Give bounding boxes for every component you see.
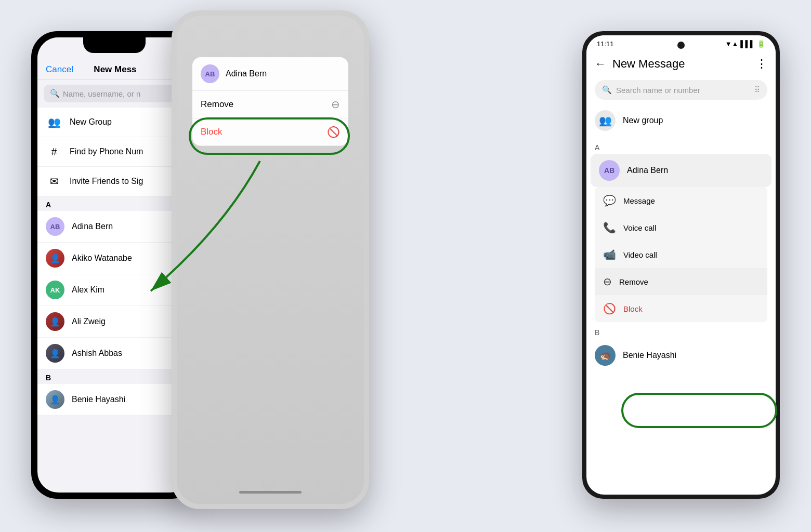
voice-call-icon: 📞 — [603, 221, 616, 234]
phone-middle: AB Adina Bern Remove ⊖ Block 🚫 — [172, 10, 369, 509]
contact-benie-android[interactable]: 🦔 Benie Hayashi — [586, 339, 776, 372]
android-contact-name-adina: Adina Bern — [627, 166, 668, 175]
find-phone-label: Find by Phone Num — [70, 147, 143, 156]
video-call-action[interactable]: 📹 Video call — [595, 241, 767, 268]
android-contact-name-benie: Benie Hayashi — [623, 351, 676, 360]
phone-middle-screen: AB Adina Bern Remove ⊖ Block 🚫 — [177, 16, 364, 504]
wifi-icon: ▼▲ — [725, 40, 739, 48]
phone-right: 11:11 ▼▲ ▌▌▌ 🔋 ← New Message ⋮ 🔍 Search … — [582, 31, 780, 499]
phone-right-screen: 11:11 ▼▲ ▌▌▌ 🔋 ← New Message ⋮ 🔍 Search … — [586, 35, 776, 495]
new-group-android[interactable]: 👥 New group — [586, 104, 776, 137]
phone-left-screen: 11:11 Cancel New Mess 🔍 Name, username, … — [37, 37, 191, 493]
new-group-android-label: New group — [623, 116, 663, 125]
modal-header: AB Adina Bern — [192, 57, 348, 91]
home-indicator — [239, 491, 302, 494]
context-menu-card: AB Adina Bern Remove ⊖ Block 🚫 — [192, 57, 348, 146]
avatar-alex: AK — [46, 281, 64, 299]
section-header-a: A — [37, 196, 191, 211]
message-action[interactable]: 💬 Message — [595, 187, 767, 214]
section-header-b: B — [37, 369, 191, 384]
block-action-android[interactable]: 🚫 Block — [595, 295, 767, 322]
contact-dropdown-menu: 💬 Message 📞 Voice call 📹 Video call ⊖ Re… — [595, 187, 767, 322]
contact-name-adina: Adina Bern — [72, 222, 113, 231]
avatar-adina: AB — [46, 217, 64, 236]
ios-notch — [83, 37, 146, 53]
more-button[interactable]: ⋮ — [756, 57, 767, 71]
battery-icon: 🔋 — [757, 40, 765, 48]
remove-action-android[interactable]: ⊖ Remove — [595, 268, 767, 295]
ios-search-placeholder: Name, username, or n — [63, 89, 140, 98]
modal-contact-name: Adina Bern — [226, 69, 267, 78]
invite-friends-icon: ✉ — [46, 173, 62, 190]
invite-friends-label: Invite Friends to Sig — [70, 177, 143, 186]
remove-action[interactable]: Remove ⊖ — [192, 91, 348, 118]
avatar-ali: 👤 — [46, 312, 64, 331]
ios-nav-bar: Cancel New Mess — [37, 60, 191, 79]
new-group-item[interactable]: 👥 New Group — [37, 108, 191, 137]
contact-adina[interactable]: AB Adina Bern — [37, 211, 191, 243]
android-search-placeholder: Search name or number — [616, 86, 700, 95]
android-search-icon: 🔍 — [602, 85, 612, 95]
video-call-icon: 📹 — [603, 248, 616, 261]
keypad-icon[interactable]: ⠿ — [754, 85, 760, 95]
android-time: 11:11 — [597, 40, 614, 48]
contact-name-alex: Alex Kim — [72, 285, 104, 295]
new-group-icon: 👥 — [46, 114, 62, 130]
contact-alex[interactable]: AK Alex Kim — [37, 274, 191, 306]
android-search-input[interactable]: 🔍 Search name or number ⠿ — [595, 80, 767, 100]
block-action[interactable]: Block 🚫 — [192, 118, 348, 146]
ios-nav-title: New Mess — [94, 64, 136, 75]
android-status-icons: ▼▲ ▌▌▌ 🔋 — [725, 40, 765, 48]
message-label: Message — [623, 196, 655, 205]
search-icon: 🔍 — [50, 89, 60, 98]
voice-call-action[interactable]: 📞 Voice call — [595, 214, 767, 241]
contact-akiko[interactable]: 👤 Akiko Watanabe — [37, 243, 191, 274]
android-avatar-adina: AB — [599, 160, 620, 181]
block-android-label: Block — [623, 304, 643, 313]
ios-search-input[interactable]: 🔍 Name, username, or n — [44, 85, 185, 102]
back-button[interactable]: ← — [595, 57, 606, 71]
contact-ashish[interactable]: 👤 Ashish Abbas — [37, 338, 191, 369]
new-group-android-icon: 👥 — [595, 110, 616, 131]
voice-call-label: Voice call — [623, 223, 656, 232]
contact-name-ali: Ali Zweig — [72, 317, 106, 326]
modal-avatar: AB — [201, 64, 219, 83]
avatar-ashish: 👤 — [46, 344, 64, 363]
android-section-header-a: A — [586, 137, 776, 154]
signal-icon: ▌▌▌ — [740, 40, 755, 48]
remove-label: Remove — [201, 99, 233, 110]
remove-icon: ⊖ — [331, 98, 340, 111]
remove-android-label: Remove — [619, 277, 648, 286]
contact-ali[interactable]: 👤 Ali Zweig — [37, 306, 191, 338]
video-call-label: Video call — [623, 250, 657, 259]
android-nav-bar: ← New Message ⋮ — [586, 52, 776, 76]
android-avatar-benie: 🦔 — [595, 345, 616, 366]
avatar-benie: 👤 — [46, 390, 64, 409]
invite-friends-item[interactable]: ✉ Invite Friends to Sig — [37, 167, 191, 196]
ios-cancel-button[interactable]: Cancel — [46, 64, 73, 75]
android-nav-title: New Message — [612, 57, 750, 71]
contact-name-benie: Benie Hayashi — [72, 395, 125, 404]
android-section-header-b: B — [586, 322, 776, 339]
avatar-akiko: 👤 — [46, 249, 64, 268]
message-icon: 💬 — [603, 194, 616, 207]
find-phone-item[interactable]: # Find by Phone Num — [37, 137, 191, 167]
contact-adina-android[interactable]: AB Adina Bern — [591, 154, 771, 187]
remove-android-icon: ⊖ — [603, 275, 612, 288]
block-android-icon: 🚫 — [603, 302, 616, 315]
contact-benie[interactable]: 👤 Benie Hayashi — [37, 384, 191, 416]
camera-notch — [677, 42, 685, 49]
modal-overlay: AB Adina Bern Remove ⊖ Block 🚫 — [177, 16, 364, 504]
contact-name-akiko: Akiko Watanabe — [72, 254, 132, 263]
block-label: Block — [201, 127, 223, 137]
new-group-label: New Group — [70, 117, 112, 127]
block-icon: 🚫 — [327, 126, 340, 138]
contact-name-ashish: Ashish Abbas — [72, 349, 122, 358]
find-phone-icon: # — [46, 143, 62, 160]
